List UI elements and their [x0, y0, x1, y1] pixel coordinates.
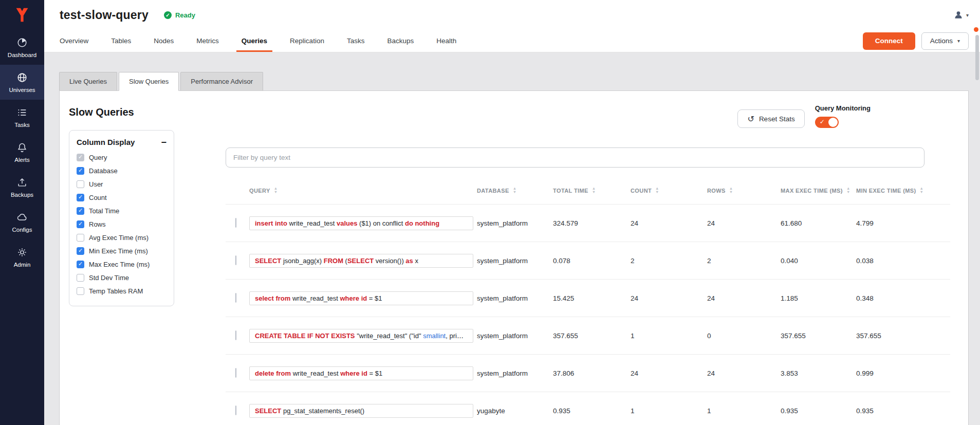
dashboard-icon	[16, 37, 28, 48]
column-display-card: Column Display Query Database	[69, 130, 174, 306]
query-subtabs: Live Queries Slow Queries Performance Ad…	[59, 72, 969, 90]
cell-min-exec-time: 357.655	[856, 332, 950, 340]
query-filter-input[interactable]	[226, 147, 924, 168]
column-option[interactable]: Query	[77, 151, 167, 164]
nav-tab[interactable]: Replication	[279, 30, 336, 52]
column-option-checkbox[interactable]	[77, 154, 84, 161]
column-option-checkbox[interactable]	[77, 287, 84, 295]
page-scrollbar-thumb[interactable]	[975, 35, 979, 80]
table-column-header[interactable]: TOTAL TIME	[553, 187, 631, 194]
column-option-checkbox[interactable]	[77, 274, 84, 282]
column-option-checkbox[interactable]	[77, 180, 84, 188]
column-option-label: User	[89, 180, 103, 188]
column-option-label: Min Exec Time (ms)	[89, 247, 148, 255]
column-option[interactable]: User	[77, 177, 167, 191]
row-checkbox[interactable]	[235, 330, 236, 340]
actions-button[interactable]: Actions	[921, 32, 969, 50]
status-label: Ready	[175, 11, 195, 19]
status-badge: Ready	[164, 11, 195, 19]
column-option[interactable]: Std Dev Time	[77, 271, 167, 284]
reset-stats-button[interactable]: Reset Stats	[737, 109, 804, 128]
connect-button[interactable]: Connect	[863, 32, 915, 50]
column-option-checkbox[interactable]	[77, 207, 84, 215]
sidebar-item-alerts[interactable]: Alerts	[0, 135, 44, 170]
nav-tab-label: Overview	[60, 37, 88, 45]
column-option-checkbox[interactable]	[77, 194, 84, 201]
table-row: insert into write_read_test values ($1) …	[226, 204, 950, 242]
nav-actions: Connect Actions	[863, 30, 969, 52]
sidebar-item-universes[interactable]: Universes	[0, 65, 44, 100]
row-checkbox[interactable]	[235, 293, 236, 303]
column-option[interactable]: Rows	[77, 217, 167, 231]
sidebar-item-label: Dashboard	[8, 52, 36, 58]
collapse-icon[interactable]	[161, 139, 167, 145]
table-column-header[interactable]: DATABASE	[477, 187, 553, 194]
cell-count: 1	[631, 332, 707, 340]
yugabyte-logo[interactable]	[0, 0, 44, 30]
table-column-header[interactable]: QUERY	[249, 187, 477, 194]
bell-icon	[16, 142, 28, 153]
table-column-header[interactable]: MAX EXEC TIME (MS)	[781, 187, 856, 194]
query-text[interactable]: insert into write_read_test values ($1) …	[249, 216, 473, 230]
column-option-checkbox[interactable]	[77, 261, 84, 268]
sidebar-item-backups[interactable]: Backups	[0, 170, 44, 205]
column-option-checkbox[interactable]	[77, 167, 84, 175]
query-cell: SELECT pg_stat_statements_reset()	[249, 404, 477, 418]
nav-tab[interactable]: Backups	[376, 30, 425, 52]
query-text[interactable]: SELECT pg_stat_statements_reset()	[249, 404, 473, 418]
sidebar-item-configs[interactable]: Configs	[0, 205, 44, 239]
column-option-checkbox[interactable]	[77, 220, 84, 228]
query-text[interactable]: delete from write_read_test where id = $…	[249, 366, 473, 380]
nav-tab[interactable]: Metrics	[185, 30, 230, 52]
nav-tab[interactable]: Overview	[48, 30, 100, 52]
table-row: SELECT jsonb_agg(x) FROM (SELECT version…	[226, 242, 950, 279]
table-header-row: QUERY DATABASE TOTAL TIME COUNT	[249, 183, 950, 204]
nav-tab[interactable]: Health	[425, 30, 468, 52]
query-text[interactable]: select from write_read_test where id = $…	[249, 291, 473, 305]
column-option[interactable]: Total Time	[77, 204, 167, 217]
query-subtab[interactable]: Performance Advisor	[180, 72, 263, 90]
row-checkbox[interactable]	[235, 218, 236, 228]
row-checkbox-cell	[226, 368, 249, 378]
column-option[interactable]: Count	[77, 191, 167, 204]
cell-max-exec-time: 357.655	[781, 332, 856, 340]
cell-max-exec-time: 0.935	[781, 407, 856, 415]
column-option-checkbox[interactable]	[77, 247, 84, 255]
row-checkbox[interactable]	[235, 405, 236, 415]
sidebar-item-dashboard[interactable]: Dashboard	[0, 30, 44, 65]
column-option-label: Query	[89, 154, 107, 161]
upload-icon	[16, 177, 28, 188]
sort-icon	[655, 187, 659, 194]
column-option[interactable]: Database	[77, 164, 167, 177]
sidebar-item-tasks[interactable]: Tasks	[0, 100, 44, 135]
column-option[interactable]: Min Exec Time (ms)	[77, 244, 167, 257]
row-checkbox[interactable]	[235, 255, 236, 265]
sidebar-item-label: Tasks	[14, 122, 29, 128]
query-text[interactable]: CREATE TABLE IF NOT EXISTS "write_read_t…	[249, 329, 473, 343]
cell-database: system_platform	[477, 219, 553, 227]
sidebar-item-admin[interactable]: Admin	[0, 239, 44, 274]
table-column-header[interactable]: MIN EXEC TIME (MS)	[856, 187, 950, 194]
column-option[interactable]: Max Exec Time (ms)	[77, 257, 167, 271]
query-subtab[interactable]: Live Queries	[59, 72, 117, 90]
column-option[interactable]: Temp Tables RAM	[77, 284, 167, 298]
table-column-header[interactable]: ROWS	[707, 187, 781, 194]
nav-tab[interactable]: Nodes	[142, 30, 185, 52]
column-option[interactable]: Avg Exec Time (ms)	[77, 231, 167, 244]
cell-count: 24	[631, 369, 707, 377]
table-row: select from write_read_test where id = $…	[226, 279, 950, 317]
row-checkbox[interactable]	[235, 368, 236, 378]
nav-tab[interactable]: Tables	[100, 30, 142, 52]
column-option-checkbox[interactable]	[77, 234, 84, 242]
toggle-knob	[828, 118, 838, 127]
query-monitoring-toggle[interactable]	[815, 117, 839, 128]
table-column-header[interactable]: COUNT	[631, 187, 707, 194]
query-text[interactable]: SELECT jsonb_agg(x) FROM (SELECT version…	[249, 254, 473, 268]
user-avatar-icon	[953, 10, 964, 20]
nav-tab[interactable]: Queries	[230, 30, 279, 52]
panel-header: Slow Queries Reset Stats Query Monitorin…	[60, 91, 968, 130]
sidebar-item-label: Alerts	[14, 157, 29, 163]
user-menu[interactable]	[953, 10, 969, 20]
nav-tab[interactable]: Tasks	[336, 30, 376, 52]
query-subtab[interactable]: Slow Queries	[119, 72, 179, 91]
